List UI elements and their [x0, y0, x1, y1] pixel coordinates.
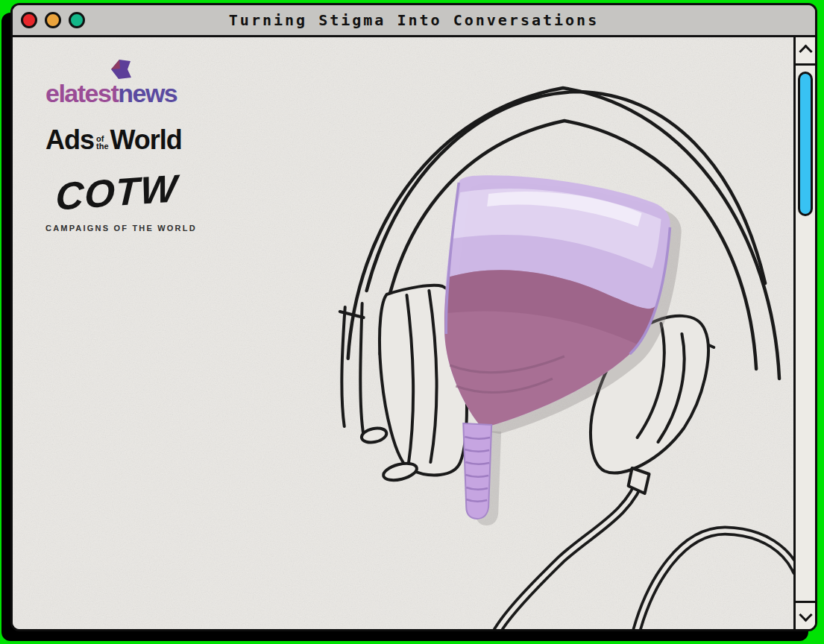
aotw-word-the: the — [96, 142, 109, 150]
minimize-button[interactable] — [45, 12, 61, 28]
aotw-of-the: of the — [96, 135, 109, 150]
zoom-button[interactable] — [69, 12, 85, 28]
desktop: { "window": { "title": "Turning Stigma I… — [0, 0, 824, 644]
scrollbar-track[interactable] — [796, 66, 815, 601]
chevron-down-icon — [799, 608, 812, 622]
cotw-wordmark: COTW — [55, 168, 178, 215]
scrollbar — [793, 37, 815, 629]
elatestnews-part2: news — [118, 79, 177, 107]
chevron-up-icon — [799, 45, 812, 58]
flag-chevron-icon — [110, 60, 132, 79]
cotw-tagline: CAMPAIGNS OF THE WORLD — [45, 224, 197, 233]
page-content: elatestnews Ads of the World COTW CAMPAI… — [13, 37, 793, 629]
window-title: Turning Stigma Into Conversations — [13, 11, 815, 29]
scrollbar-thumb[interactable] — [798, 72, 813, 216]
aotw-word-ads: Ads — [45, 127, 94, 154]
elatestnews-wordmark: elatestnews — [45, 80, 197, 106]
aotw-word-world: World — [110, 127, 182, 154]
window-titlebar[interactable]: Turning Stigma Into Conversations — [13, 5, 815, 37]
traffic-lights — [21, 12, 85, 28]
window-body: elatestnews Ads of the World COTW CAMPAI… — [13, 37, 815, 629]
headphone-cable — [497, 476, 793, 629]
app-window: Turning Stigma Into Conversations — [10, 3, 817, 631]
elatestnews-part1: elatest — [45, 79, 118, 107]
ads-of-the-world-logo: Ads of the World — [45, 127, 197, 154]
scroll-down-button[interactable] — [796, 601, 815, 629]
scroll-up-button[interactable] — [796, 37, 815, 66]
logo-stack: elatestnews Ads of the World COTW CAMPAI… — [45, 60, 197, 233]
cotw-logo: COTW CAMPAIGNS OF THE WORLD — [45, 173, 197, 233]
close-button[interactable] — [21, 12, 37, 28]
elatestnews-logo: elatestnews — [45, 60, 197, 106]
